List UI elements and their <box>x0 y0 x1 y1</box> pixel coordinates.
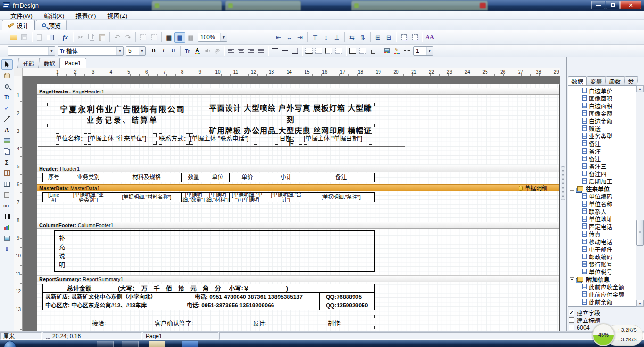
font-color-button[interactable]: A <box>192 46 202 56</box>
draw-tool[interactable]: ✓ <box>1 103 13 113</box>
masterdata-cell[interactable]: [单据明细."备注"] <box>307 193 374 202</box>
redo-button[interactable]: ↷ <box>123 32 133 43</box>
checkbox-tool[interactable] <box>1 190 13 200</box>
style-select[interactable]: ▼ <box>8 46 55 56</box>
text-align-left-button[interactable] <box>226 46 236 56</box>
band-reportsummary[interactable]: ReportSummary:ReportSummary1 <box>37 275 559 282</box>
snap-to-grid-button[interactable]: ▦ <box>174 32 185 43</box>
table-header-cell[interactable]: 材料及规格 <box>112 174 182 182</box>
expression-button[interactable]: fx <box>60 32 71 43</box>
font-size-select[interactable]: 5▼ <box>126 46 146 56</box>
space-equally-horizontal-button[interactable]: ⇆ <box>347 32 357 43</box>
checkbox[interactable] <box>569 310 574 315</box>
space-equally-vertical-button[interactable]: ⇅ <box>357 32 368 43</box>
total-amount-label[interactable]: 总计金额 <box>43 284 116 292</box>
masterdata-row[interactable]: [Line #][单据明细."业 务类别"][单据明细."材料名称"][单据明 … <box>42 192 375 202</box>
data-panel-tab[interactable]: 变量 <box>586 76 606 85</box>
table-header-cell[interactable]: 小计 <box>265 174 308 182</box>
table-header-cell[interactable]: 序号 <box>43 174 65 182</box>
center-vertically-in-band-button[interactable]: ⊟ <box>383 32 394 43</box>
unit-name-field[interactable]: [单据主体."往来单位"] <box>88 133 157 145</box>
undo-button[interactable]: ↶ <box>112 32 123 43</box>
store2-address[interactable]: 中心区店: 中心区东龙公寓#12、#13车库 <box>45 301 147 310</box>
collapse-icon[interactable] <box>570 277 574 281</box>
border-top-button[interactable] <box>314 46 324 56</box>
border-all-button[interactable] <box>348 46 358 56</box>
tab-design[interactable]: 设计 <box>2 20 35 30</box>
band-header[interactable]: Header:Header1 <box>37 165 559 172</box>
contact-field[interactable]: [单据主体."联系电话"] <box>190 133 257 145</box>
send-to-back-button[interactable] <box>149 32 159 43</box>
table-tool[interactable] <box>1 179 13 189</box>
new-page-button[interactable] <box>34 32 45 43</box>
table-header-row[interactable]: 序号业务类别材料及规格数量单位单价小计备注 <box>42 173 375 182</box>
close-button[interactable]: ✕ <box>620 1 641 9</box>
font-name-select[interactable]: Tr 楷体▼ <box>58 46 124 56</box>
border-right-button[interactable] <box>334 46 344 56</box>
masterdata-cell[interactable]: [单据明细."业 务类别"] <box>65 193 112 202</box>
services-text-object[interactable]: 平面设计 大型喷绘 户外写真 展板灯箱 大型雕刻 矿用牌板 办公用品 大型庆典 … <box>206 103 375 127</box>
border-bottom-button[interactable] <box>304 46 314 56</box>
table-header-cell[interactable]: 单位 <box>206 174 230 182</box>
amount-in-words-cell[interactable]: (大写： 万 千 佰 拾 元 角 分 小写:￥ ) <box>116 284 321 292</box>
show-grid-button[interactable]: ▦ <box>164 32 174 43</box>
same-height-button[interactable] <box>409 32 420 43</box>
option-row[interactable]: 建立标题 <box>569 316 643 324</box>
zoom-select[interactable]: 100%▼ <box>198 33 227 42</box>
tree-item[interactable]: 固定电话 <box>568 223 643 230</box>
table-header-cell[interactable]: 单价 <box>230 174 265 182</box>
header-divider-line[interactable] <box>38 146 405 147</box>
scroll-up-button[interactable]: ▲ <box>636 85 644 92</box>
text-align-bottom-button[interactable] <box>290 46 300 56</box>
band-pageheader[interactable]: PageHeader:PageHeader1 <box>37 88 559 95</box>
highlight-button[interactable]: ab <box>202 46 212 56</box>
fill-color-button[interactable] <box>382 46 392 56</box>
checkbox[interactable] <box>569 325 574 330</box>
border-none-button[interactable] <box>358 46 368 56</box>
masterdata-cell[interactable]: [单据明细."合 计"] <box>265 193 308 202</box>
line-color-button[interactable]: ✎ <box>392 46 402 56</box>
text-align-justify-button[interactable] <box>256 46 266 56</box>
scroll-thumb[interactable]: ≡ <box>636 220 644 246</box>
line-width-select[interactable]: 1▼ <box>413 46 433 56</box>
align-bottom-edges-button[interactable]: ⊥ <box>331 32 342 43</box>
store1-phone[interactable]: 电话: 0951-4780040 387361 13895385187 <box>195 293 303 301</box>
date-label[interactable]: 日期： <box>275 133 302 145</box>
empty-cell[interactable] <box>321 284 374 292</box>
border-corner-button[interactable] <box>368 46 378 56</box>
copy-button[interactable] <box>86 32 97 43</box>
panel-splitter[interactable] <box>560 57 566 331</box>
align-left-edges-button[interactable]: ⇤ <box>273 32 284 43</box>
open-button[interactable] <box>8 32 19 43</box>
store1-address[interactable]: 灵新矿店: 灵新矿文化中心东侧（小学向北） <box>45 293 156 301</box>
company-title-object[interactable]: 宁夏永利伟业广告服饰有限公司 业务记录、结算单 <box>47 103 198 127</box>
taskbar-button[interactable] <box>182 341 198 347</box>
align-horizontal-centers-button[interactable]: ↔ <box>284 32 295 43</box>
design-sign-label[interactable]: 设计: <box>253 318 267 327</box>
text-tool[interactable]: Tt <box>1 92 13 102</box>
sum-tool[interactable]: Σ <box>1 157 13 167</box>
start-button[interactable] <box>4 341 16 347</box>
italic-button[interactable]: I <box>158 46 168 56</box>
menu-item[interactable]: 文件(W) <box>5 11 38 20</box>
chart-tool[interactable] <box>1 222 13 232</box>
signature-row[interactable]: 接洽: 客户确认签字: 设计: 制作: <box>71 315 375 329</box>
unit-name-label[interactable]: 单位名称： <box>56 133 87 145</box>
tree-item[interactable]: 业务类型 <box>568 132 643 140</box>
scroll-down-button[interactable]: ▼ <box>636 300 644 307</box>
align-right-edges-button[interactable]: ⇥ <box>295 32 305 43</box>
taskbar-button[interactable] <box>149 341 165 347</box>
barcode-tool[interactable] <box>1 211 13 222</box>
collapse-icon[interactable] <box>570 187 574 191</box>
contact-sign-label[interactable]: 接洽: <box>92 318 106 327</box>
net-speed-widget[interactable]: 45% ↑3.2K/S ↓3.2K/S <box>592 323 644 347</box>
bring-to-front-button[interactable] <box>138 32 149 43</box>
data-panel-tab[interactable]: 类 <box>624 76 638 85</box>
data-panel-tab[interactable]: 数据 <box>568 76 587 85</box>
tree-item[interactable]: 白边金额 <box>568 117 643 124</box>
export-tool[interactable]: ⇓ <box>1 244 13 254</box>
align-to-grid-button[interactable]: ▦ <box>185 32 196 43</box>
masterdata-cell[interactable]: [单据明 细."数量"] <box>182 193 206 202</box>
text-align-middle-button[interactable] <box>280 46 290 56</box>
masterdata-cell[interactable]: [单据明细."材料名称"] <box>112 193 182 202</box>
